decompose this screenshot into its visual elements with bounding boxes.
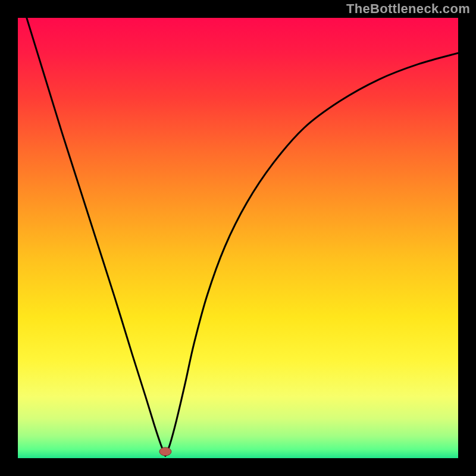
gradient-background [18,18,458,458]
plot-area [18,18,458,458]
chart-svg [18,18,458,458]
watermark-text: TheBottleneck.com [346,1,470,17]
chart-frame: TheBottleneck.com [0,0,476,476]
optimum-marker [159,447,171,456]
